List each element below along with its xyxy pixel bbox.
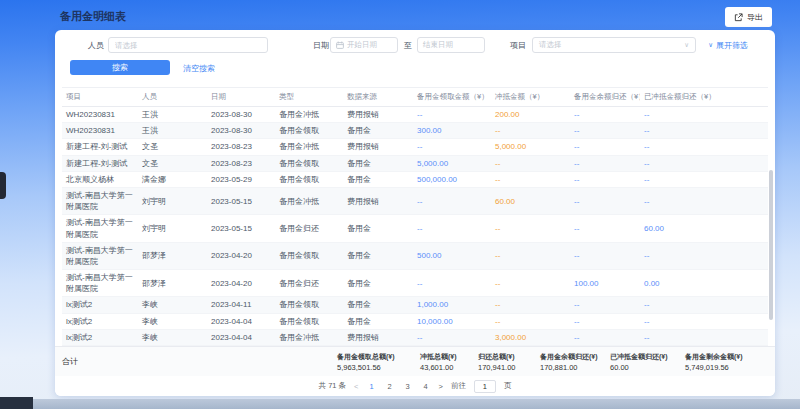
table-row[interactable]: 新建工程-刘-测试文圣2023-08-23备用金领取备用金5,000.00---… (62, 155, 768, 171)
cell-person: 王洪 (138, 123, 207, 139)
column-header-source: 数据来源 (343, 88, 413, 107)
table-row[interactable]: 新建工程-刘-测试文圣2023-08-23备用金冲抵费用报销--5,000.00… (62, 139, 768, 155)
table-row[interactable]: lx测试2李峡2023-04-04备用金领取备用金10,000.00------ (62, 313, 768, 329)
page-title: 备用金明细表 (60, 9, 126, 24)
page-number-button[interactable]: 3 (403, 382, 413, 391)
date-start-placeholder: 开始日期 (347, 40, 377, 50)
cell-type: 备用金归还 (275, 270, 343, 297)
cell-offset: -- (491, 297, 570, 313)
prev-page-button[interactable]: < (354, 382, 358, 391)
cell-type: 备用金冲抵 (275, 107, 343, 123)
cell-received: -- (413, 270, 491, 297)
cell-source: 备用金 (343, 171, 413, 187)
chevron-down-icon: ∨ (684, 42, 689, 49)
summary-stat-value: 5,749,019.56 (685, 363, 775, 372)
filter-bar: 人员 日期 开始日期 至 结束日期 项目 请选择 ∨ ∨ 展开筛选 (55, 30, 775, 57)
summary-stat-value: 43,601.00 (420, 363, 478, 372)
cell-balance_return: -- (570, 171, 640, 187)
cell-type: 备用金领取 (275, 171, 343, 187)
cell-date: 2023-05-15 (207, 215, 275, 242)
table-row[interactable]: 测试-南昌大学第一附属医院刘宇明2023-05-15备用金归还备用金------… (62, 215, 768, 242)
summary-stat: 归还总额(¥)170,941.00 (478, 352, 540, 372)
cell-date: 2023-08-30 (207, 123, 275, 139)
person-select-input[interactable] (108, 37, 268, 53)
search-button[interactable]: 搜索 (70, 60, 170, 75)
date-label: 日期 (313, 40, 329, 51)
table-row[interactable]: lx测试2李峡2023-04-04备用金冲抵费用报销--3,000.00---- (62, 329, 768, 345)
cell-person: 李峡 (138, 329, 207, 345)
cell-person: 邵梦泽 (138, 270, 207, 297)
summary-stat: 备用金领取总额(¥)5,963,501.56 (337, 352, 420, 372)
summary-stat: 冲抵总额(¥)43,601.00 (420, 352, 478, 372)
table-row[interactable]: 测试-南昌大学第一附属医院邵梦泽2023-04-20备用金领取备用金500.00… (62, 242, 768, 269)
column-header-person: 人员 (138, 88, 207, 107)
column-header-project: 项目 (62, 88, 138, 107)
cell-person: 李峡 (138, 313, 207, 329)
cell-balance_return: -- (570, 215, 640, 242)
cell-offset: 5,000.00 (491, 139, 570, 155)
cell-project: 北京顺义杨林 (62, 171, 138, 187)
page-number-button[interactable]: 1 (367, 382, 377, 391)
table-row[interactable]: 测试-南昌大学第一附属医院刘宇明2023-05-15备用金冲抵费用报销--60.… (62, 187, 768, 214)
column-header-offset_return: 已冲抵金额归还（¥） (640, 88, 768, 107)
project-select[interactable]: 请选择 ∨ (532, 37, 696, 53)
export-button[interactable]: 导出 (725, 7, 772, 27)
date-start-input[interactable]: 开始日期 (330, 37, 398, 53)
cell-balance_return: -- (570, 155, 640, 171)
table-row[interactable]: 测试-南昌大学第一附属医院邵梦泽2023-04-20备用金归还备用金----10… (62, 270, 768, 297)
summary-stat-label: 备用金余额归还(¥) (540, 352, 610, 362)
table-row[interactable]: 北京顺义杨林满金娜2023-05-29备用金领取备用金500,000.00---… (62, 171, 768, 187)
drawer-handle[interactable] (0, 172, 6, 199)
cell-date: 2023-04-04 (207, 313, 275, 329)
cell-offset_return: -- (640, 139, 768, 155)
cell-offset_return: -- (640, 155, 768, 171)
summary-stat-label: 备用金领取总额(¥) (337, 352, 420, 362)
cell-offset_return: -- (640, 313, 768, 329)
page-number-button[interactable]: 2 (385, 382, 395, 391)
next-page-button[interactable]: > (439, 382, 443, 391)
page-number-button[interactable]: 4 (421, 382, 431, 391)
cell-person: 文圣 (138, 155, 207, 171)
date-end-input[interactable]: 结束日期 (417, 37, 485, 53)
goto-page-input[interactable] (474, 380, 496, 393)
cell-date: 2023-08-30 (207, 107, 275, 123)
cell-offset: -- (491, 313, 570, 329)
summary-stat-value: 60.00 (610, 363, 685, 372)
cell-source: 备用金 (343, 215, 413, 242)
expand-filters-link[interactable]: ∨ 展开筛选 (708, 40, 748, 51)
column-header-date: 日期 (207, 88, 275, 107)
cell-source: 费用报销 (343, 107, 413, 123)
cell-source: 费用报销 (343, 187, 413, 214)
clear-search-link[interactable]: 清空搜索 (183, 63, 215, 74)
column-header-balance_return: 备用金余额归还（¥） (570, 88, 640, 107)
cell-balance_return: -- (570, 139, 640, 155)
cell-project: lx测试2 (62, 313, 138, 329)
bottom-corner-block (0, 397, 33, 409)
cell-source: 备用金 (343, 242, 413, 269)
cell-type: 备用金领取 (275, 313, 343, 329)
summary-stat-label: 已冲抵金额归还(¥) (610, 352, 685, 362)
table-row[interactable]: lx测试2李峡2023-04-11备用金领取备用金1,000.00------ (62, 297, 768, 313)
cell-project: 测试-南昌大学第一附属医院 (62, 187, 138, 214)
date-end-placeholder: 结束日期 (423, 40, 453, 50)
cell-received: -- (413, 107, 491, 123)
cell-person: 刘宇明 (138, 215, 207, 242)
cell-offset_return: -- (640, 297, 768, 313)
cell-received: 500.00 (413, 242, 491, 269)
cell-received: -- (413, 329, 491, 345)
cell-person: 刘宇明 (138, 187, 207, 214)
summary-stat: 已冲抵金额归还(¥)60.00 (610, 352, 685, 372)
table-scrollbar[interactable] (769, 170, 773, 320)
cell-offset: -- (491, 155, 570, 171)
table-row[interactable]: WH20230831王洪2023-08-30备用金冲抵费用报销--200.00-… (62, 107, 768, 123)
table-row[interactable]: WH20230831王洪2023-08-30备用金领取备用金300.00----… (62, 123, 768, 139)
cell-received: 300.00 (413, 123, 491, 139)
cell-type: 备用金归还 (275, 215, 343, 242)
cell-person: 满金娜 (138, 171, 207, 187)
cell-offset: -- (491, 242, 570, 269)
cell-offset: 3,000.00 (491, 329, 570, 345)
cell-balance_return: -- (570, 313, 640, 329)
cell-date: 2023-04-20 (207, 242, 275, 269)
cell-balance_return: -- (570, 107, 640, 123)
summary-stat: 备用金余额归还(¥)170,881.00 (540, 352, 610, 372)
